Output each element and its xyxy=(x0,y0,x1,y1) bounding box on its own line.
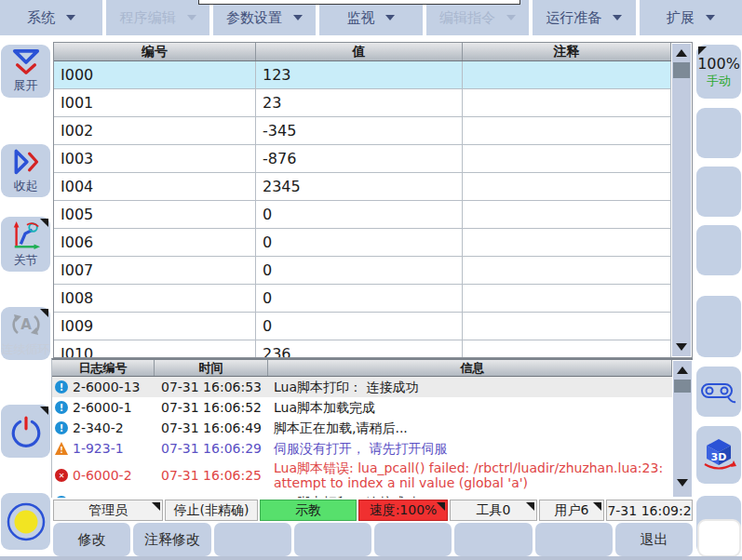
servo-indicator-icon xyxy=(5,500,47,543)
bottom-button-6[interactable] xyxy=(454,523,532,556)
right-panel-button-3[interactable] xyxy=(696,167,741,217)
servo-power-button[interactable] xyxy=(1,405,50,458)
register-comment xyxy=(463,89,671,116)
exit-button[interactable]: 退出 xyxy=(615,523,693,556)
corner-marker-icon xyxy=(40,309,48,317)
table-row[interactable]: I005 0 xyxy=(54,201,671,229)
register-comment xyxy=(463,229,671,256)
table-row[interactable]: I001 23 xyxy=(54,89,671,117)
scrollbar-thumb[interactable] xyxy=(674,380,691,393)
bottom-bar: 修改 注释修改 退出 xyxy=(53,523,693,556)
menu-run-prepare[interactable]: 运行准备 xyxy=(533,0,635,35)
status-teach-mode: 示教 xyxy=(260,500,357,521)
corner-marker-icon xyxy=(526,502,534,511)
menu-program-edit: 程序编辑 xyxy=(106,0,209,35)
register-table: 编号 值 注释 I000 123 I001 23 I002 -345 I003 xyxy=(53,42,693,358)
expand-label: 展开 xyxy=(14,77,38,94)
register-id: I000 xyxy=(54,61,256,88)
log-time: 07-31 16:06:29 xyxy=(155,441,268,456)
bottom-button-5[interactable] xyxy=(374,523,452,556)
corner-marker-icon xyxy=(698,47,707,55)
scroll-up-icon[interactable] xyxy=(672,45,691,61)
table-row[interactable]: I008 0 xyxy=(54,285,671,313)
table-row[interactable]: I004 2345 xyxy=(54,173,671,201)
modify-button[interactable]: 修改 xyxy=(53,523,130,556)
table-row[interactable]: I000 123 xyxy=(54,61,671,89)
log-message: Lua脚本打印： 连接成功 xyxy=(268,380,672,394)
scroll-down-icon[interactable] xyxy=(672,339,691,355)
log-row[interactable]: 2-6000-1 07-31 16:06:52 Lua脚本加载完成 xyxy=(52,397,672,418)
log-message: 伺服没有打开， 请先打开伺服 xyxy=(268,441,672,456)
log-row[interactable]: 2-340-2 07-31 16:06:49 脚本正在加载,请稍后... xyxy=(52,418,672,438)
bottom-button-3[interactable] xyxy=(214,523,291,556)
log-code: 0-6000-2 xyxy=(73,468,132,483)
robot-controller-window: 系统 程序编辑 参数设置 监视 编辑指令 运行准备 扩展 展开 收起 xyxy=(0,0,742,560)
table-row[interactable]: I010 236 xyxy=(54,340,671,357)
register-value: 0 xyxy=(256,285,463,312)
menu-parameter-settings[interactable]: 参数设置 xyxy=(213,0,316,35)
bottom-button-4[interactable] xyxy=(294,523,371,556)
comment-modify-button[interactable]: 注释修改 xyxy=(133,523,210,556)
log-code: 1-923-1 xyxy=(73,441,124,456)
menu-label: 编辑指令 xyxy=(439,9,495,27)
jog-controller-button[interactable] xyxy=(696,367,741,417)
chevron-down-icon xyxy=(613,15,622,20)
gamepad-icon xyxy=(699,377,738,407)
chevron-down-icon xyxy=(385,15,395,20)
log-time: 07-31 16:06:49 xyxy=(155,420,268,435)
manual-mode-label: 手动 xyxy=(707,73,731,89)
log-scrollbar[interactable] xyxy=(673,361,692,497)
view-3d-button[interactable]: 3D xyxy=(696,426,741,484)
log-row[interactable]: 0-6000-2 07-31 16:06:25 Lua脚本错误: lua_pca… xyxy=(52,459,672,492)
right-panel-button-5[interactable] xyxy=(696,296,741,357)
log-row[interactable]: 1-923-1 07-31 16:06:29 伺服没有打开， 请先打开伺服 xyxy=(52,438,672,459)
scroll-down-icon[interactable] xyxy=(673,474,692,491)
modify-label: 修改 xyxy=(78,531,106,549)
table-row[interactable]: I006 0 xyxy=(54,229,671,257)
log-row[interactable]: 2-6000-13 07-31 16:06:53 Lua脚本打印： 连接成功 xyxy=(52,377,672,397)
register-value: 236 xyxy=(256,340,463,357)
status-user-role[interactable]: 管理员 xyxy=(53,500,163,521)
log-message: Lua脚本加载完成 xyxy=(268,400,672,415)
bottom-button-7[interactable] xyxy=(535,523,613,556)
exit-label: 退出 xyxy=(640,531,668,549)
table-row[interactable]: I009 0 xyxy=(54,313,671,340)
register-value: 2345 xyxy=(256,173,463,200)
register-value: 123 xyxy=(256,61,463,88)
table-scrollbar[interactable] xyxy=(672,44,691,356)
status-speed[interactable]: 速度:100% xyxy=(358,500,448,521)
menu-edit-command: 编辑指令 xyxy=(426,0,529,35)
menu-label: 监视 xyxy=(346,9,374,27)
joint-mode-button[interactable]: 关节 xyxy=(1,217,50,272)
right-panel-button-4[interactable] xyxy=(696,225,741,275)
teach-mode-label: 示教 xyxy=(295,502,321,519)
collapse-button[interactable]: 收起 xyxy=(1,144,50,197)
role-label: 管理员 xyxy=(88,502,128,519)
table-row[interactable]: I007 0 xyxy=(54,257,671,285)
table-row[interactable]: I003 -876 xyxy=(54,145,671,173)
menu-label: 扩展 xyxy=(667,9,695,27)
servo-status-button[interactable] xyxy=(1,493,50,550)
speed-mode-button[interactable]: 100% 手动 xyxy=(696,45,741,99)
expand-button[interactable]: 展开 xyxy=(1,45,50,98)
corner-marker-icon xyxy=(437,502,445,511)
svg-text:A: A xyxy=(20,316,32,333)
scrollbar-thumb[interactable] xyxy=(673,62,690,78)
right-panel-button-2[interactable] xyxy=(696,108,741,158)
status-tool[interactable]: 工具0 xyxy=(450,500,537,521)
menu-system[interactable]: 系统 xyxy=(0,0,102,35)
status-user-frame[interactable]: 用户6 xyxy=(539,500,604,521)
chevron-down-icon xyxy=(706,15,715,20)
menu-label: 参数设置 xyxy=(226,9,282,27)
log-message: Lua脚本打印： 连接成功 xyxy=(268,495,672,498)
register-comment xyxy=(463,117,671,144)
menu-monitor[interactable]: 监视 xyxy=(319,0,422,35)
log-code: 2-6000-13 xyxy=(73,380,140,394)
log-row[interactable]: 2-6000-13 07-31 16:06:11 Lua脚本打印： 连接成功 xyxy=(52,492,672,498)
popup-window-edge xyxy=(198,0,520,5)
tool-label: 工具0 xyxy=(477,502,511,519)
table-row[interactable]: I002 -345 xyxy=(54,117,671,145)
menu-extension[interactable]: 扩展 xyxy=(640,0,742,35)
scroll-up-icon[interactable] xyxy=(673,362,692,379)
comment-modify-label: 注释修改 xyxy=(144,531,200,549)
